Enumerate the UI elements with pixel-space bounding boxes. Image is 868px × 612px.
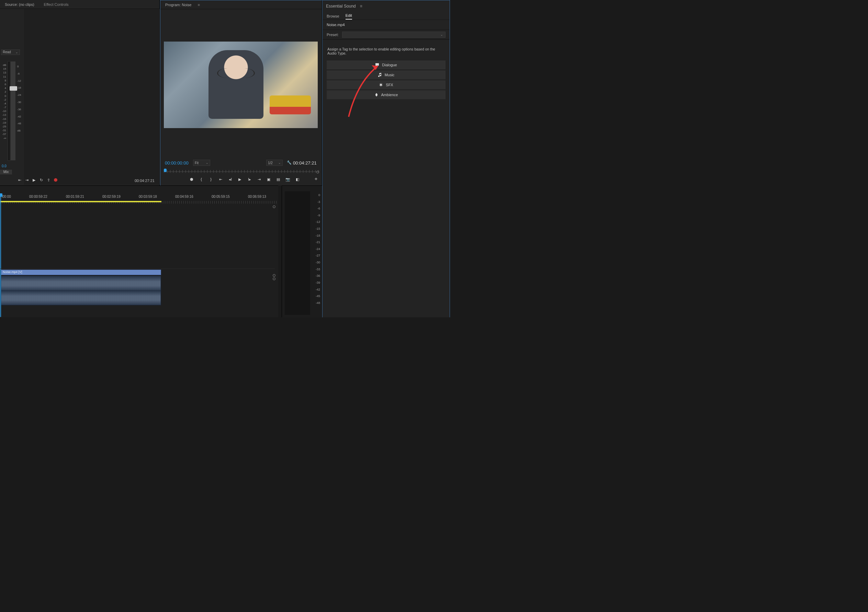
scrubber-ticks (164, 170, 319, 173)
source-duration: 00:04:27:21 (135, 178, 155, 183)
share-icon[interactable]: ⇪ (46, 178, 51, 182)
zoom-fit-dropdown[interactable]: Fit⌄ (193, 160, 210, 166)
tab-source[interactable]: Source: (no clips) (0, 0, 39, 9)
essential-sound-tabs: Browse Edit (322, 12, 450, 20)
audio-waveform-R (2, 291, 161, 305)
mark-out-icon[interactable]: } (209, 177, 213, 182)
settings-wrench-icon[interactable]: 🔧 (287, 160, 291, 165)
essential-sound-title: Essential Sound ≡ (322, 0, 450, 12)
fader-track[interactable] (10, 61, 16, 161)
play-icon[interactable]: ▶ (32, 178, 36, 182)
program-monitor-panel: Program: Noise ≡ 00:00:00:00 Fit⌄ 1/2⌄ 🔧… (160, 0, 322, 186)
program-duration: 00:04:27:21 (293, 160, 317, 166)
tab-effect-controls[interactable]: Effect Controls (39, 0, 73, 9)
tag-music-label: Music (385, 73, 395, 77)
go-to-in-icon[interactable]: ⇤ (218, 177, 223, 182)
video-content (217, 68, 255, 78)
source-panel: Source: (no clips) Effect Controls Read … (0, 0, 160, 186)
sfx-icon (379, 83, 383, 87)
preset-row: Preset: ⌄ (322, 30, 450, 39)
tag-ambience-button[interactable]: Ambience (327, 90, 445, 99)
ruler-time-4: 00:03:59:18 (139, 195, 157, 198)
timeline-tracks (0, 205, 275, 269)
ruler-time-7: 00:06:59:13 (248, 195, 266, 198)
ambience-icon (374, 93, 378, 97)
tab-browse[interactable]: Browse (327, 14, 339, 20)
program-timecode[interactable]: 00:00:00:00 (165, 160, 189, 166)
ruler-time-0: :00:00 (2, 195, 11, 198)
music-icon (378, 73, 382, 77)
chevron-down-icon: ⌄ (206, 161, 209, 164)
keyframe-toggle[interactable] (273, 274, 276, 277)
preset-dropdown[interactable]: ⌄ (342, 32, 445, 38)
playback-res-dropdown[interactable]: 1/2⌄ (266, 160, 283, 166)
video-clip[interactable]: Noise.mp4 [V] (1, 270, 161, 275)
button-editor-plus-icon[interactable]: ＋ (314, 176, 318, 182)
assign-tag-hint: Assign a Tag to the selection to enable … (322, 39, 450, 59)
panel-menu-icon[interactable]: ≡ (197, 3, 200, 7)
tag-sfx-label: SFX (386, 83, 393, 87)
ruler-time-3: 00:02:59:19 (102, 195, 121, 198)
preset-label: Preset: (327, 33, 339, 37)
play-icon[interactable]: ▶ (237, 177, 242, 182)
go-to-in-icon[interactable]: ⇤ (17, 178, 22, 182)
audio-mixer-meter: dB 1513 118 64 20 -2 -4 -7 -10-13 -16-19… (0, 61, 23, 166)
master-meter-scale: 0-3 -6-9 -12-15 -18-21 -24-27 -30-33 -36… (316, 192, 320, 306)
playback-res-value: 1/2 (268, 161, 273, 165)
tag-dialogue-label: Dialogue (382, 63, 397, 67)
scrubber-playhead[interactable] (164, 169, 167, 172)
chevron-down-icon: ⌄ (440, 33, 443, 36)
mix-label: Mix (0, 170, 12, 175)
ruler-time-2: 00:01:59:21 (66, 195, 84, 198)
master-audio-meter: 0-3 -6-9 -12-15 -18-21 -24-27 -30-33 -36… (282, 186, 322, 317)
chevron-down-icon: ⌄ (16, 50, 18, 54)
dialogue-icon (375, 63, 379, 67)
tab-edit[interactable]: Edit (346, 13, 352, 20)
step-fwd-icon[interactable]: Ⅰ▸ (247, 177, 252, 182)
keyframe-toggle[interactable] (273, 205, 276, 208)
tag-sfx-button[interactable]: SFX (327, 81, 445, 89)
panel-menu-icon[interactable]: ≡ (360, 4, 363, 9)
audio-clip[interactable] (1, 276, 161, 305)
meter-level-bar (8, 61, 10, 161)
automation-mode-dropdown[interactable]: Read ⌄ (1, 50, 20, 55)
keyframe-toggle[interactable] (273, 277, 276, 280)
comparison-icon[interactable]: ◧ (295, 177, 300, 182)
loop-icon[interactable]: ↻ (39, 178, 43, 182)
selected-clip-name: Noise.mp4 (322, 20, 450, 30)
meter-scale-db-right: 0-6 -12-18 -24-30 -36-42 -48 dB (17, 63, 21, 135)
meter-scale-db-left: dB 1513 118 64 20 -2 -4 -7 -10-13 -16-19… (0, 63, 6, 140)
timeline-in-out-range[interactable] (0, 201, 161, 202)
ruler-time-5: 00:04:59:16 (175, 195, 194, 198)
timeline-ruler-labels[interactable]: :00:00 00:00:59:22 00:01:59:21 00:02:59:… (0, 195, 278, 201)
automation-mode-value: Read (3, 50, 11, 54)
lift-icon[interactable]: ▣ (266, 177, 271, 182)
export-frame-icon[interactable]: 📷 (285, 177, 290, 182)
tag-dialogue-button[interactable]: Dialogue (327, 60, 445, 70)
program-transport-controls: ⬢ { } ⇤ ◂Ⅰ ▶ Ⅰ▸ ⇥ ▣ ▤ 📷 ◧ (189, 176, 300, 183)
timeline-panel: :00:00 00:00:59:22 00:01:59:21 00:02:59:… (0, 186, 278, 317)
tab-program[interactable]: Program: Noise (160, 0, 196, 9)
extract-icon[interactable]: ▤ (276, 177, 281, 182)
video-clip-label: Noise.mp4 [V] (3, 270, 22, 274)
step-back-icon[interactable]: ◂Ⅰ (228, 177, 232, 182)
ruler-time-6: 00:05:59:15 (212, 195, 230, 198)
master-meter-bar (285, 191, 310, 315)
marker-icon[interactable]: ⬢ (189, 177, 194, 182)
go-to-out-icon[interactable]: ⇥ (257, 177, 261, 182)
chevron-down-icon: ⌄ (278, 161, 281, 164)
tag-music-button[interactable]: Music (327, 70, 445, 79)
essential-sound-panel: Essential Sound ≡ Browse Edit Noise.mp4 … (322, 0, 450, 317)
mark-in-icon[interactable]: { (199, 177, 204, 182)
program-video-frame[interactable] (164, 42, 318, 128)
audio-waveform-L (2, 277, 161, 291)
record-icon[interactable] (53, 178, 58, 182)
source-panel-tabs: Source: (no clips) Effect Controls (0, 0, 160, 9)
program-scrubber[interactable] (164, 169, 319, 174)
tag-ambience-label: Ambience (381, 93, 398, 97)
fader-knob[interactable] (9, 86, 17, 91)
zoom-fit-value: Fit (195, 161, 198, 165)
go-to-out-icon[interactable]: ⇥ (25, 178, 29, 182)
scrubber-end-marker[interactable] (316, 171, 319, 174)
video-tracks-area[interactable] (0, 205, 275, 269)
